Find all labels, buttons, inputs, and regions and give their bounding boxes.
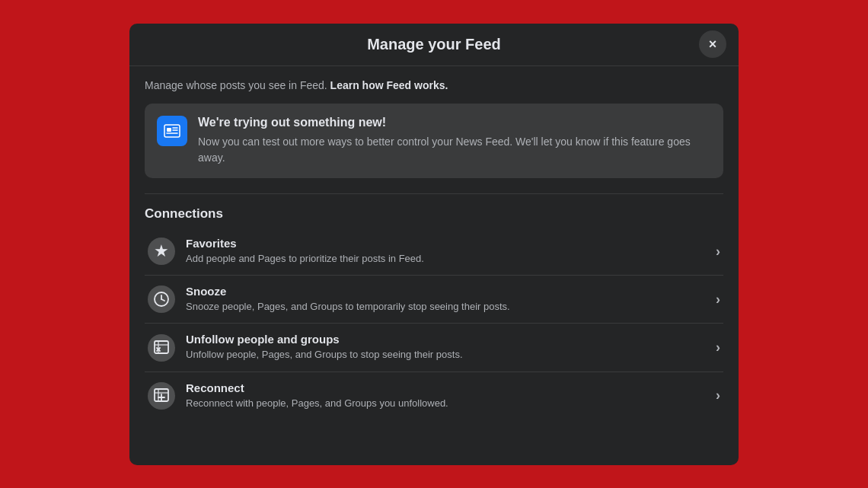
snooze-label: Snooze	[186, 285, 708, 298]
newsfeed-svg-icon	[164, 124, 180, 138]
modal-body: Manage whose posts you see in Feed. Lear…	[129, 66, 739, 432]
connections-list: ★ Favorites Add people and Pages to prio…	[145, 228, 723, 419]
clock-svg-icon	[153, 291, 170, 308]
divider	[145, 193, 723, 194]
notice-icon	[157, 116, 187, 146]
favorites-chevron: ›	[716, 244, 720, 260]
unfollow-text: Unfollow people and groups Unfollow peop…	[186, 333, 708, 362]
reconnect-text: Reconnect Reconnect with people, Pages, …	[186, 381, 708, 410]
reconnect-label: Reconnect	[186, 381, 708, 394]
notice-box: We're trying out something new! Now you …	[145, 104, 723, 178]
left-background	[0, 0, 129, 488]
snooze-desc: Snooze people, Pages, and Groups to temp…	[186, 300, 708, 314]
unfollow-desc: Unfollow people, Pages, and Groups to st…	[186, 348, 708, 362]
connections-heading: Connections	[145, 206, 723, 222]
notice-content: We're trying out something new! Now you …	[198, 116, 711, 166]
right-background	[739, 0, 868, 488]
snooze-chevron: ›	[716, 292, 720, 308]
reconnect-svg-icon	[153, 387, 170, 405]
subtitle-text: Manage whose posts you see in Feed. Lear…	[145, 78, 723, 94]
favorites-icon: ★	[148, 238, 175, 265]
snooze-item[interactable]: Snooze Snooze people, Pages, and Groups …	[145, 276, 723, 324]
svg-line-7	[161, 299, 164, 301]
modal-title: Manage your Feed	[367, 36, 501, 53]
close-icon: ×	[709, 37, 717, 53]
favorites-label: Favorites	[186, 237, 708, 250]
favorites-text: Favorites Add people and Pages to priori…	[186, 237, 708, 266]
notice-title: We're trying out something new!	[198, 116, 711, 129]
unfollow-chevron: ›	[716, 340, 720, 356]
unfollow-icon	[148, 334, 175, 362]
learn-more-link[interactable]: Learn how Feed works.	[330, 79, 448, 91]
snooze-icon	[148, 285, 175, 313]
manage-feed-modal: Manage your Feed × Manage whose posts yo…	[129, 24, 739, 465]
unfollow-label: Unfollow people and groups	[186, 333, 708, 346]
svg-rect-1	[167, 128, 171, 132]
close-button[interactable]: ×	[699, 30, 726, 58]
unfollow-svg-icon	[153, 339, 170, 357]
favorites-item[interactable]: ★ Favorites Add people and Pages to prio…	[145, 228, 723, 276]
snooze-text: Snooze Snooze people, Pages, and Groups …	[186, 285, 708, 314]
reconnect-icon	[148, 382, 175, 410]
unfollow-item[interactable]: Unfollow people and groups Unfollow peop…	[145, 324, 723, 372]
notice-text: Now you can test out more ways to better…	[198, 134, 711, 166]
reconnect-item[interactable]: Reconnect Reconnect with people, Pages, …	[145, 372, 723, 419]
modal-header: Manage your Feed ×	[129, 24, 739, 66]
reconnect-chevron: ›	[716, 388, 720, 403]
reconnect-desc: Reconnect with people, Pages, and Groups…	[186, 397, 708, 410]
favorites-desc: Add people and Pages to prioritize their…	[186, 252, 708, 266]
